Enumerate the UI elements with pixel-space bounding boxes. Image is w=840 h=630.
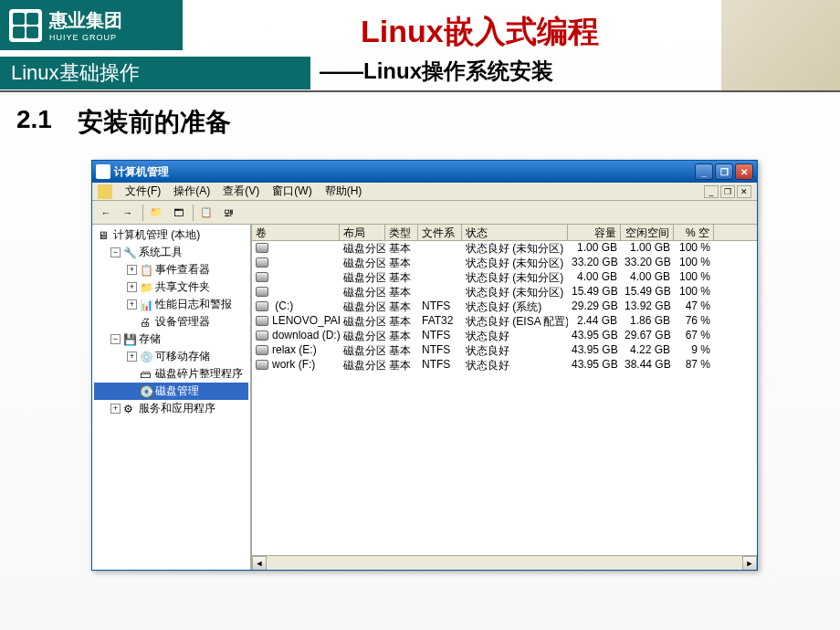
logo-text-cn: 惠业集团 xyxy=(49,10,122,30)
tree-perflogs[interactable]: +📊性能日志和警报 xyxy=(94,296,248,313)
volume-icon xyxy=(256,331,268,341)
volume-icon xyxy=(256,360,268,370)
app-icon xyxy=(96,164,110,179)
tree-systools[interactable]: −🔧系统工具 xyxy=(94,244,248,261)
menu-bar: 文件(F) 操作(A) 查看(V) 窗口(W) 帮助(H) _ ❐ ✕ xyxy=(92,183,757,201)
menu-view[interactable]: 查看(V) xyxy=(223,184,259,199)
scroll-track[interactable] xyxy=(267,556,742,570)
folder-icon: 📁 xyxy=(140,281,152,294)
volume-row[interactable]: relax (E:)磁盘分区基本NTFS状态良好43.95 GB4.22 GB9… xyxy=(252,343,757,358)
volume-icon xyxy=(256,316,268,326)
expand-icon[interactable]: + xyxy=(127,265,137,275)
section-number: 2.1 xyxy=(16,105,52,134)
tree-storage[interactable]: −💾存储 xyxy=(94,331,248,348)
menu-window[interactable]: 窗口(W) xyxy=(272,184,311,199)
up-folder-icon[interactable]: 📁 xyxy=(146,204,166,222)
volume-icon xyxy=(256,272,268,282)
settings-icon[interactable]: 🖳 xyxy=(218,204,238,222)
tree-root[interactable]: 🖥计算机管理 (本地) xyxy=(94,226,248,244)
computer-management-window: 计算机管理 _ ❐ ✕ 文件(F) 操作(A) 查看(V) 窗口(W) 帮助(H… xyxy=(91,160,758,571)
volume-row[interactable]: 磁盘分区基本状态良好 (未知分区)33.20 GB33.20 GB100 % xyxy=(252,256,757,270)
volume-list-panel: 卷 布局 类型 文件系统 状态 容量 空闲空间 % 空闲 磁盘分区基本状态良好 … xyxy=(252,225,757,570)
computer-icon: 🖥 xyxy=(98,229,110,242)
expand-icon[interactable]: + xyxy=(127,299,137,310)
properties-icon[interactable]: 🗔 xyxy=(168,204,188,222)
forward-button[interactable]: → xyxy=(118,204,138,222)
col-layout[interactable]: 布局 xyxy=(340,225,385,240)
removable-icon: 💿 xyxy=(140,351,152,363)
slide-header: 惠业集团 HUIYE GROUP Linux基础操作 Linux嵌入式编程 ——… xyxy=(0,0,840,91)
menu-help[interactable]: 帮助(H) xyxy=(325,184,362,199)
sub-main-title: ——Linux操作系统安装 xyxy=(320,57,553,86)
content-area: 🖥计算机管理 (本地) −🔧系统工具 +📋事件查看器 +📁共享文件夹 +📊性能日… xyxy=(92,225,757,570)
storage-icon: 💾 xyxy=(123,333,136,346)
event-icon: 📋 xyxy=(140,264,152,277)
navigation-tree[interactable]: 🖥计算机管理 (本地) −🔧系统工具 +📋事件查看器 +📁共享文件夹 +📊性能日… xyxy=(92,225,252,570)
volume-row[interactable]: (C:)磁盘分区基本NTFS状态良好 (系统)29.29 GB13.92 GB4… xyxy=(252,299,757,314)
services-icon: ⚙ xyxy=(123,403,136,415)
collapse-icon[interactable]: − xyxy=(110,247,121,257)
tree-removable[interactable]: +💿可移动存储 xyxy=(94,348,248,365)
menu-action[interactable]: 操作(A) xyxy=(173,184,210,199)
disk-icon: 💽 xyxy=(140,385,152,398)
refresh-icon[interactable]: 📋 xyxy=(196,204,216,222)
column-headers: 卷 布局 类型 文件系统 状态 容量 空闲空间 % 空闲 xyxy=(252,225,757,241)
mdi-close[interactable]: ✕ xyxy=(737,185,751,198)
volume-icon xyxy=(256,345,268,355)
toolbar: ← → 📁 🗔 📋 🖳 xyxy=(92,201,757,225)
tree-sharedfolders[interactable]: +📁共享文件夹 xyxy=(94,278,248,296)
perf-icon: 📊 xyxy=(140,299,152,311)
window-title: 计算机管理 xyxy=(114,164,695,180)
subtitle-bar: Linux基础操作 xyxy=(0,57,310,89)
device-icon: 🖨 xyxy=(140,316,152,329)
volume-row[interactable]: work (F:)磁盘分区基本NTFS状态良好43.95 GB38.44 GB8… xyxy=(252,358,757,373)
volume-list-body[interactable]: 磁盘分区基本状态良好 (未知分区)1.00 GB1.00 GB100 %磁盘分区… xyxy=(252,241,757,555)
col-capacity[interactable]: 容量 xyxy=(568,225,621,240)
mdi-minimize[interactable]: _ xyxy=(704,185,719,198)
main-title: Linux嵌入式编程 xyxy=(361,11,599,53)
volume-icon xyxy=(256,301,268,311)
expand-icon[interactable]: + xyxy=(127,352,137,362)
volume-row[interactable]: 磁盘分区基本状态良好 (未知分区)1.00 GB1.00 GB100 % xyxy=(252,241,757,256)
tree-devmgr[interactable]: 🖨设备管理器 xyxy=(94,313,248,331)
minimize-button[interactable]: _ xyxy=(695,163,713,180)
volume-row[interactable]: LENOVO_PART磁盘分区基本FAT32状态良好 (EISA 配置)2.44… xyxy=(252,314,757,329)
window-titlebar[interactable]: 计算机管理 _ ❐ ✕ xyxy=(92,161,757,183)
tree-services[interactable]: +⚙服务和应用程序 xyxy=(94,400,248,417)
col-filesystem[interactable]: 文件系统 xyxy=(418,225,462,240)
back-button[interactable]: ← xyxy=(96,204,116,222)
header-divider xyxy=(0,90,840,92)
logo-icon xyxy=(9,9,42,42)
expand-icon[interactable]: + xyxy=(127,282,137,292)
mdi-restore[interactable]: ❐ xyxy=(720,185,735,198)
close-button[interactable]: ✕ xyxy=(735,163,753,180)
volume-icon xyxy=(256,257,268,268)
volume-row[interactable]: 磁盘分区基本状态良好 (未知分区)4.00 GB4.00 GB100 % xyxy=(252,270,757,285)
maximize-button[interactable]: ❐ xyxy=(715,163,733,180)
tree-defrag[interactable]: 🗃磁盘碎片整理程序 xyxy=(94,365,248,383)
horizontal-scrollbar[interactable]: ◄ ► xyxy=(252,555,757,570)
volume-row[interactable]: 磁盘分区基本状态良好 (未知分区)15.49 GB15.49 GB100 % xyxy=(252,285,757,299)
tree-eventviewer[interactable]: +📋事件查看器 xyxy=(94,261,248,278)
volume-row[interactable]: download (D:)磁盘分区基本NTFS状态良好43.95 GB29.67… xyxy=(252,329,757,343)
col-pctfree[interactable]: % 空闲 xyxy=(674,225,714,240)
logo-block: 惠业集团 HUIYE GROUP xyxy=(0,0,183,50)
logo-text-en: HUIYE GROUP xyxy=(49,33,122,42)
mdi-icon xyxy=(98,184,112,199)
volume-icon xyxy=(256,243,268,253)
scroll-left-button[interactable]: ◄ xyxy=(252,556,267,570)
scroll-right-button[interactable]: ► xyxy=(742,556,757,570)
col-freespace[interactable]: 空闲空间 xyxy=(621,225,674,240)
menu-file[interactable]: 文件(F) xyxy=(125,184,161,199)
tree-diskmgmt[interactable]: 💽磁盘管理 xyxy=(94,383,248,400)
defrag-icon: 🗃 xyxy=(140,368,152,381)
section-title: 安装前的准备 xyxy=(78,105,231,140)
col-type[interactable]: 类型 xyxy=(385,225,418,240)
volume-icon xyxy=(256,287,268,297)
tools-icon: 🔧 xyxy=(123,247,136,259)
col-status[interactable]: 状态 xyxy=(462,225,568,240)
collapse-icon[interactable]: − xyxy=(110,334,121,344)
col-volume[interactable]: 卷 xyxy=(252,225,340,240)
expand-icon[interactable]: + xyxy=(110,404,121,414)
